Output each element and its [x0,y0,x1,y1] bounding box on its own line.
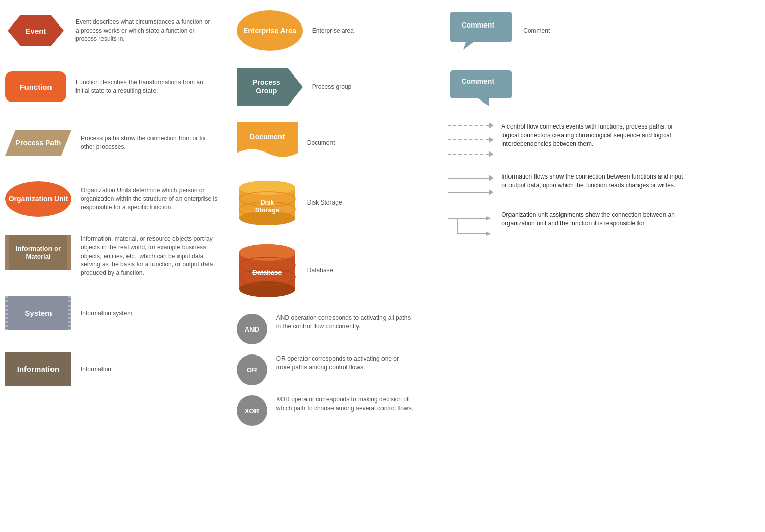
legend-row-control-flow: A control flow connects events with func… [448,122,760,157]
process-path-shape: Process Path [5,130,71,156]
function-description: Function describes the transformations f… [75,78,213,95]
system-description: Information system [81,309,132,318]
info-flow-description: Information flows show the connection be… [501,172,685,190]
database-label: Database [252,269,282,276]
legend-row-org-unit: Organization Unit Organization Units det… [5,179,237,219]
solid-line-2 [448,192,489,193]
org-connector-shape [448,213,494,243]
process-group-label: ProcessGroup [252,78,280,95]
svg-point-6 [239,181,295,195]
enterprise-description: Enterprise area [312,27,354,35]
dashed-line-3 [448,154,489,155]
comment-bottom-label: Comment [461,77,494,85]
database-shape: Database [237,242,298,298]
document-shape: Document [237,122,298,163]
solid-line-1 [448,178,489,179]
disk-description: Disk Storage [307,198,342,207]
event-label: Event [26,27,46,35]
solid-arrow-1 [448,175,494,181]
dashed-arrow-2 [448,137,494,143]
information-shape: Information [5,352,71,386]
info-flow-arrows [448,175,494,195]
org-unit-shape: Organization Unit [5,181,71,217]
or-shape: OR [237,354,267,385]
solid-arrow-2 [448,189,494,195]
legend-row-org-connect: Organization unit assignments show the c… [448,211,760,243]
and-label: AND [245,325,259,333]
xor-label: XOR [245,407,259,415]
arrow-head-1 [489,122,494,129]
function-label: Function [19,83,52,91]
arrow-head-2 [489,137,494,143]
column-3: Comment Comment Comment [448,10,760,426]
solid-arrow-head-2 [489,189,494,195]
comment-top-label: Comment [461,21,494,29]
or-label: OR [247,366,257,374]
solid-arrow-head-1 [489,175,494,181]
legend-row-disk: Disk Storage Disk Storage [237,179,448,227]
and-shape: AND [237,314,267,344]
control-flow-arrows [448,122,494,157]
disk-label: Disk Storage [252,198,283,214]
org-unit-description: Organization Units determine which perso… [81,186,218,212]
info-material-description: Information, material, or resource objec… [81,235,218,277]
information-label: Information [17,365,60,373]
svg-point-12 [239,244,295,261]
legend-row-enterprise: Enterprise Area Enterprise area [237,10,448,51]
process-group-description: Process group [312,83,351,91]
comment-top-shape: Comment [448,12,514,50]
legend-container: Event Event describes what circumstances… [0,0,765,436]
document-description: Document [307,139,335,147]
dashed-line-1 [448,125,489,126]
event-description: Event describes what circumstances a fun… [75,18,213,43]
information-description: Information [81,365,111,374]
column-1: Event Event describes what circumstances… [5,10,237,426]
dashed-arrow-1 [448,122,494,129]
legend-row-process-group: ProcessGroup Process group [237,66,448,107]
legend-row-system: System Information system [5,293,237,334]
legend-row-info-flow: Information flows show the connection be… [448,172,760,195]
disk-shape: Disk Storage [237,179,298,227]
legend-row-event: Event Event describes what circumstances… [5,10,237,51]
control-flow-description: A control flow connects events with func… [501,122,685,148]
column-2: Enterprise Area Enterprise area ProcessG… [237,10,448,426]
process-path-description: Process paths show the connection from o… [81,134,218,151]
comment-bottom-shape: Comment [448,68,514,106]
xor-row: XOR XOR operator corresponds to making d… [237,395,448,426]
and-row: AND AND operation corresponds to activat… [237,314,448,344]
dashed-line-2 [448,139,489,140]
legend-row-database: Database Database [237,242,448,298]
legend-row-function: Function Function describes the transfor… [5,66,237,107]
event-shape: Event [5,13,66,48]
or-description: OR operator corresponds to activating on… [276,354,414,372]
enterprise-shape: Enterprise Area [237,10,303,51]
arrow-head-3 [489,151,494,157]
xor-description: XOR operator corresponds to making decis… [276,395,414,413]
svg-marker-21 [486,232,491,236]
legend-row-comment-bottom: Comment [448,66,760,107]
database-description: Database [307,266,333,275]
system-shape: System [5,296,71,330]
and-description: AND operation corresponds to activating … [276,314,414,331]
system-label: System [24,309,52,317]
comment-top-description: Comment [523,27,550,35]
or-row: OR OR operator corresponds to activating… [237,354,448,385]
legend-row-process-path: Process Path Process paths show the conn… [5,122,237,163]
process-group-shape: ProcessGroup [237,68,303,106]
legend-row-document: Document Document [237,122,448,163]
xor-shape: XOR [237,395,267,426]
svg-marker-18 [486,216,491,220]
legend-row-information: Information Information [5,349,237,390]
svg-marker-16 [478,98,489,106]
info-material-label: Information or Material [12,245,65,260]
org-unit-label: Organization Unit [9,195,68,203]
logic-operators: AND AND operation corresponds to activat… [237,314,448,426]
svg-point-11 [239,281,295,297]
legend-row-comment-top: Comment Comment [448,10,760,51]
enterprise-label: Enterprise Area [243,27,296,35]
info-material-shape: Information or Material [5,235,71,270]
document-label: Document [250,133,285,141]
dashed-arrow-3 [448,151,494,157]
function-shape: Function [5,71,66,102]
process-path-label: Process Path [16,139,61,147]
